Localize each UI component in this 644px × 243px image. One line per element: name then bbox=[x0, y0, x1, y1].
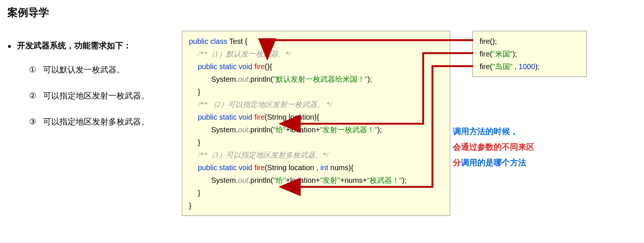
code-method-3-body: System.out.println("给"+location+"发射"+num… bbox=[189, 174, 443, 187]
requirements-panel: 开发武器系统，功能需求如下： ①可以默认发一枚武器。 ②可以指定地区发射一枚武器… bbox=[7, 31, 182, 142]
call-1: fire(); bbox=[480, 35, 580, 48]
call-2: fire("米国"); bbox=[480, 48, 580, 60]
code-method-2-body: System.out.println("给"+location+"发射一枚武器！… bbox=[189, 123, 443, 136]
code-brace: } bbox=[189, 136, 443, 149]
code-line: public class Test { bbox=[189, 35, 443, 48]
code-method-1-sig: public static void fire(){ bbox=[189, 60, 443, 73]
explain-blue-2: 调用的是哪个方法 bbox=[461, 158, 526, 167]
code-calls-box: fire(); fire("米国"); fire("岛国" , 1000); bbox=[473, 31, 587, 77]
page-title: 案例导学 bbox=[7, 6, 637, 20]
explain-blue: 调用方法的时候， bbox=[453, 127, 518, 136]
code-brace: } bbox=[189, 187, 443, 199]
explain-red-1: 会通过参数的不同来区 bbox=[453, 142, 535, 152]
req-text-3: 可以指定地区发射多枚武器。 bbox=[43, 117, 149, 126]
code-method-2-sig: public static void fire(String location)… bbox=[189, 111, 443, 123]
code-brace-end: } bbox=[189, 199, 443, 212]
req-text-2: 可以指定地区发射一枚武器。 bbox=[43, 91, 149, 100]
code-comment-3: /**（3）可以指定地区发射多枚武器。*/ bbox=[189, 149, 443, 161]
code-comment-2: /** （2）可以指定地区发射一枚武器。 */ bbox=[189, 98, 443, 111]
call-3: fire("岛国" , 1000); bbox=[480, 60, 580, 73]
req-item-2: ②可以指定地区发射一枚武器。 bbox=[28, 90, 182, 101]
req-item-1: ①可以默认发一枚武器。 bbox=[28, 64, 182, 75]
req-num-3: ③ bbox=[28, 117, 37, 127]
code-definition-box: public class Test { /**（1）默认发一枚武器。*/ pub… bbox=[182, 31, 450, 216]
code-brace: } bbox=[189, 85, 443, 98]
explanation-text: 调用方法的时候， 会通过参数的不同来区 分调用的是哪个方法 bbox=[453, 124, 564, 170]
req-num-1: ① bbox=[28, 65, 37, 75]
code-comment-1: /**（1）默认发一枚武器。*/ bbox=[189, 48, 443, 60]
explain-red-2: 分 bbox=[453, 158, 461, 167]
req-item-3: ③可以指定地区发射多枚武器。 bbox=[28, 116, 182, 127]
code-method-3-sig: public static void fire(String location … bbox=[189, 161, 443, 174]
req-num-2: ② bbox=[28, 91, 37, 101]
req-text-1: 可以默认发一枚武器。 bbox=[43, 65, 125, 74]
code-method-1-body: System.out.println("默认发射一枚武器给米国！"); bbox=[189, 73, 443, 85]
intro-heading: 开发武器系统，功能需求如下： bbox=[7, 40, 182, 51]
